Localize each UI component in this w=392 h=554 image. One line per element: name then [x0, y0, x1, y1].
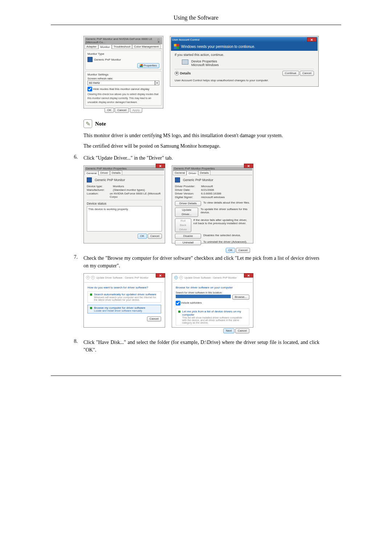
close-icon[interactable]: ✕: [244, 164, 253, 168]
tab-troubleshoot[interactable]: Troubleshoot: [112, 44, 132, 49]
uac-publisher: Microsoft Windows: [191, 63, 219, 67]
kv-key: Driver Version:: [175, 192, 201, 195]
tab-color[interactable]: Color Management: [132, 44, 160, 49]
search-label: Search for driver software in this locat…: [176, 291, 249, 294]
hide-modes-checkbox[interactable]: [87, 87, 92, 91]
option-title: Browse my computer for driver software: [94, 306, 145, 309]
refresh-label: Screen refresh rate:: [87, 77, 159, 81]
option-search-auto[interactable]: Search automatically for updated driver …: [88, 292, 161, 302]
properties-button[interactable]: Properties: [137, 63, 159, 68]
option-pick-from-list[interactable]: Let me pick from a list of device driver…: [176, 309, 249, 325]
btn-desc: To uninstall the driver (Advanced).: [203, 240, 247, 245]
monitor-name: Generic PnP Monitor: [94, 58, 121, 62]
monitor-type-group: Monitor Type Generic PnP Monitor Propert…: [85, 50, 162, 70]
tab-adapter[interactable]: Adapter: [85, 44, 98, 49]
cancel-button[interactable]: Cancel: [148, 234, 162, 239]
step-number: 7.: [73, 254, 78, 270]
include-subfolders-checkbox[interactable]: [176, 301, 180, 305]
device-name: Generic PnP Monitor: [95, 178, 125, 182]
monitor-settings-group: Monitor Settings Screen refresh rate: ▾ …: [85, 71, 162, 106]
step-number: 8.: [73, 338, 78, 354]
option-title: Search automatically for updated driver …: [94, 293, 159, 296]
tab-general[interactable]: General: [85, 171, 98, 175]
arrow-icon: [178, 311, 180, 313]
close-icon[interactable]: ✕: [156, 164, 165, 168]
tab-details[interactable]: Details: [198, 171, 211, 175]
monitor-properties-dialog: Generic PnP Monitor and NVIDIA GeForce 6…: [83, 36, 163, 108]
step-text: Click "Have Disk..." and select the fold…: [83, 338, 319, 354]
ok-button[interactable]: OK: [226, 248, 235, 253]
btn-desc: If the device fails after updating the d…: [193, 218, 250, 232]
computer-icon: [182, 59, 188, 65]
page-title: Using the Software: [0, 15, 392, 21]
back-icon[interactable]: ‹: [174, 276, 178, 279]
option-desc: Windows will search your computer and th…: [94, 296, 159, 301]
option-title: Let me pick from a list of device driver…: [182, 310, 247, 316]
btn-desc: To update the driver software for this d…: [200, 208, 250, 217]
hide-modes-label: Hide modes that this monitor cannot disp…: [93, 87, 149, 91]
close-icon[interactable]: ✕: [244, 273, 253, 278]
disable-button[interactable]: Disable: [175, 234, 201, 239]
apply-button[interactable]: Apply: [130, 108, 142, 113]
ok-button[interactable]: OK: [138, 234, 147, 239]
forward-icon: ›: [91, 276, 95, 279]
cancel-button[interactable]: Cancel: [147, 316, 161, 321]
titlebar: User Account Control ✕: [171, 37, 318, 42]
tab-general[interactable]: General: [173, 171, 187, 175]
uac-dialog: User Account Control ✕ Windows needs you…: [170, 36, 319, 87]
driver-details-button[interactable]: Driver Details: [175, 201, 201, 206]
browse-button[interactable]: Browse...: [232, 295, 249, 300]
figure-row-3: ✕ ‹ › Update Driver Software - Generic P…: [83, 273, 319, 328]
wizard-heading: How do you want to search for driver sof…: [87, 286, 148, 289]
window-title: Generic PnP Monitor Properties: [86, 167, 127, 170]
include-subfolders-label: Include subfolders: [181, 301, 202, 304]
footer-divider: [51, 376, 341, 376]
shield-icon: [140, 64, 143, 67]
location-input[interactable]: [176, 295, 231, 298]
tab-driver[interactable]: Driver: [187, 171, 198, 175]
kv-val: 6/21/2006: [201, 188, 214, 192]
driver-properties-driver: Generic PnP Monitor Properties ✕ General…: [172, 165, 253, 243]
shield-icon: [174, 44, 179, 49]
back-icon[interactable]: ‹: [86, 276, 90, 279]
option-browse-computer[interactable]: Browse my computer for driver software L…: [88, 305, 161, 313]
kv-val: 6.0.6000.16386: [201, 192, 221, 195]
refresh-select[interactable]: [87, 81, 155, 85]
cancel-button[interactable]: Cancel: [115, 108, 129, 113]
update-driver-button[interactable]: Update Driver...: [175, 208, 198, 217]
uac-footer: User Account Control helps stop unauthor…: [175, 79, 314, 82]
arrow-icon: [90, 294, 92, 296]
tab-driver[interactable]: Driver: [98, 171, 110, 175]
details-toggle[interactable]: Details: [180, 71, 191, 75]
close-icon[interactable]: ✕: [307, 37, 317, 42]
window-controls: □ ✕: [158, 38, 161, 44]
chevron-down-icon[interactable]: [175, 71, 179, 75]
tab-monitor[interactable]: Monitor: [98, 45, 112, 49]
note-icon: ✎: [83, 119, 92, 128]
device-name: Generic PnP Monitor: [183, 178, 213, 182]
note-label: Note: [95, 121, 106, 127]
note-text-2: The certified driver will be posted on S…: [83, 142, 319, 150]
status-box: This device is working properly.: [87, 206, 162, 231]
breadcrumb: Update Driver Software - Generic PnP Mon…: [184, 276, 237, 279]
forward-icon: ›: [179, 276, 183, 279]
arrow-icon: [90, 307, 92, 309]
cancel-button[interactable]: Cancel: [236, 248, 250, 253]
kv-val: Microsoft: [201, 185, 213, 188]
titlebar: Generic PnP Monitor Properties ✕: [173, 167, 252, 171]
ok-button[interactable]: OK: [105, 108, 114, 113]
dropdown-arrow-icon[interactable]: ▾: [155, 81, 159, 85]
wizard-heading: Browse for driver software on your compu…: [176, 286, 233, 289]
next-button[interactable]: Next: [223, 328, 234, 333]
close-icon[interactable]: ✕: [156, 273, 165, 278]
uninstall-button[interactable]: Uninstall: [175, 240, 201, 245]
cancel-button[interactable]: Cancel: [300, 71, 314, 76]
tab-details[interactable]: Details: [110, 171, 122, 175]
header-divider: [51, 25, 341, 25]
continue-button[interactable]: Continue: [282, 71, 299, 76]
cancel-button[interactable]: Cancel: [235, 328, 249, 333]
step-text: Check the "Browse my computer for driver…: [83, 254, 319, 270]
uac-headline: Windows needs your permission to contion…: [181, 45, 255, 49]
group-label: Monitor Type: [87, 52, 159, 56]
hide-modes-desc: Clearing this check box allows you to se…: [87, 92, 159, 104]
